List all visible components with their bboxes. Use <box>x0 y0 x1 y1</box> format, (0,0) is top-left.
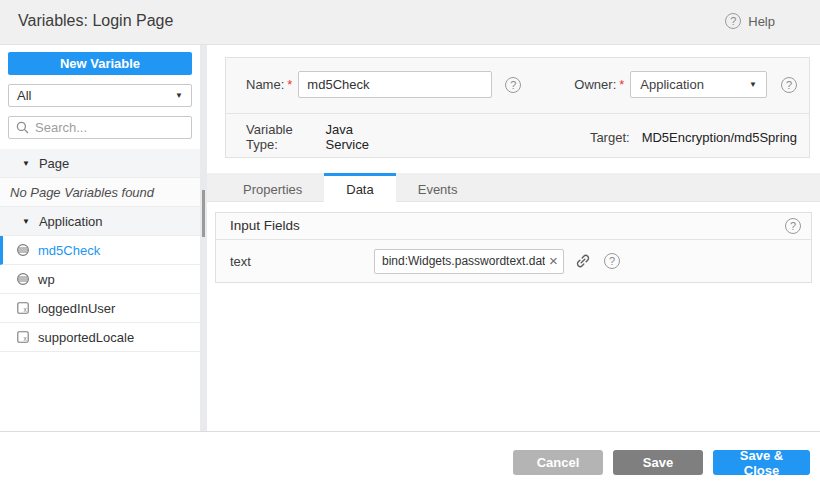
input-fields-panel: Input Fields ? text × ? <box>215 212 812 283</box>
variable-filter-value: All <box>17 88 31 103</box>
variable-detail-panel: Name: * ? Owner: * Application ▼ ? Varia… <box>207 45 820 431</box>
detail-tabbar: Properties Data Events <box>207 173 820 202</box>
variable-summary-card: Name: * ? Owner: * Application ▼ ? Varia… <box>225 57 810 158</box>
owner-label: Owner: <box>574 77 616 92</box>
required-asterisk: * <box>287 77 292 92</box>
target-value: MD5Encryption/md5Spring <box>642 130 797 145</box>
owner-help-icon[interactable]: ? <box>781 77 797 93</box>
owner-select-value: Application <box>640 77 704 92</box>
static-variable-icon: x <box>16 301 30 315</box>
svg-text:x: x <box>23 335 27 342</box>
chevron-down-icon: ▼ <box>749 80 757 89</box>
tree-group-application[interactable]: ▼ Application <box>0 207 200 236</box>
page-empty-message: No Page Variables found <box>0 178 200 207</box>
service-variable-icon <box>16 243 30 257</box>
tree-group-label: Application <box>39 214 103 229</box>
cancel-button[interactable]: Cancel <box>513 450 603 475</box>
collapse-arrow-icon: ▼ <box>22 217 30 226</box>
input-fields-help-icon[interactable]: ? <box>785 218 801 234</box>
variables-sidebar: New Variable All ▼ ▼ Page No Page Variab… <box>0 45 200 431</box>
tree-group-label: Page <box>39 156 69 171</box>
field-help-icon[interactable]: ? <box>604 253 620 269</box>
variables-dialog: Variables: Login Page ? Help New Variabl… <box>0 0 820 488</box>
tree-item-wp[interactable]: wp <box>0 265 200 294</box>
name-help-icon[interactable]: ? <box>505 77 521 93</box>
tab-properties[interactable]: Properties <box>221 173 324 202</box>
required-asterisk: * <box>619 77 624 92</box>
new-variable-button[interactable]: New Variable <box>8 52 192 75</box>
bind-value-input[interactable] <box>374 249 564 274</box>
card-divider <box>226 113 809 114</box>
variable-type-value: Java Service <box>326 122 387 152</box>
service-variable-icon <box>16 272 30 286</box>
target-label: Target: <box>590 130 630 145</box>
help-label: Help <box>748 14 775 29</box>
scrollbar-thumb[interactable] <box>202 190 205 237</box>
help-icon: ? <box>725 13 741 29</box>
tab-data[interactable]: Data <box>324 173 395 202</box>
bind-link-icon[interactable] <box>574 252 592 270</box>
name-label: Name: <box>246 77 284 92</box>
tree-item-md5check[interactable]: md5Check <box>0 236 200 265</box>
variable-filter-select[interactable]: All ▼ <box>8 84 192 107</box>
tree-item-label: wp <box>38 272 55 287</box>
collapse-arrow-icon: ▼ <box>22 159 30 168</box>
dialog-title: Variables: Login Page <box>18 12 173 30</box>
tree-item-label: md5Check <box>38 243 100 258</box>
tree-item-loggedinuser[interactable]: x loggedInUser <box>0 294 200 323</box>
static-variable-icon: x <box>16 330 30 344</box>
dialog-footer: Cancel Save Save & Close <box>0 431 820 488</box>
svg-text:x: x <box>23 306 27 313</box>
save-close-button[interactable]: Save & Close <box>713 450 810 475</box>
tree-item-supportedlocale[interactable]: x supportedLocale <box>0 323 200 352</box>
search-icon <box>16 121 29 134</box>
field-name-label: text <box>230 254 374 269</box>
variable-search[interactable] <box>8 116 192 139</box>
input-fields-title: Input Fields <box>230 218 300 233</box>
tree-group-page[interactable]: ▼ Page <box>0 149 200 178</box>
sidebar-scrollbar[interactable] <box>200 45 207 431</box>
save-button[interactable]: Save <box>613 450 703 475</box>
input-fields-header: Input Fields ? <box>216 213 811 240</box>
dialog-header: Variables: Login Page ? Help <box>0 0 820 45</box>
name-field[interactable] <box>298 71 492 98</box>
help-link[interactable]: ? Help <box>725 13 775 29</box>
clear-binding-icon[interactable]: × <box>546 252 561 270</box>
tree-item-label: loggedInUser <box>38 301 115 316</box>
input-field-row-text: text × ? <box>216 240 811 282</box>
tree-item-label: supportedLocale <box>38 330 134 345</box>
tab-events[interactable]: Events <box>396 173 480 202</box>
variables-tree: ▼ Page No Page Variables found ▼ Applica… <box>0 149 200 431</box>
search-input[interactable] <box>35 120 175 135</box>
chevron-down-icon: ▼ <box>175 91 183 100</box>
owner-select[interactable]: Application ▼ <box>630 71 767 98</box>
variable-type-label: Variable Type: <box>246 122 314 152</box>
